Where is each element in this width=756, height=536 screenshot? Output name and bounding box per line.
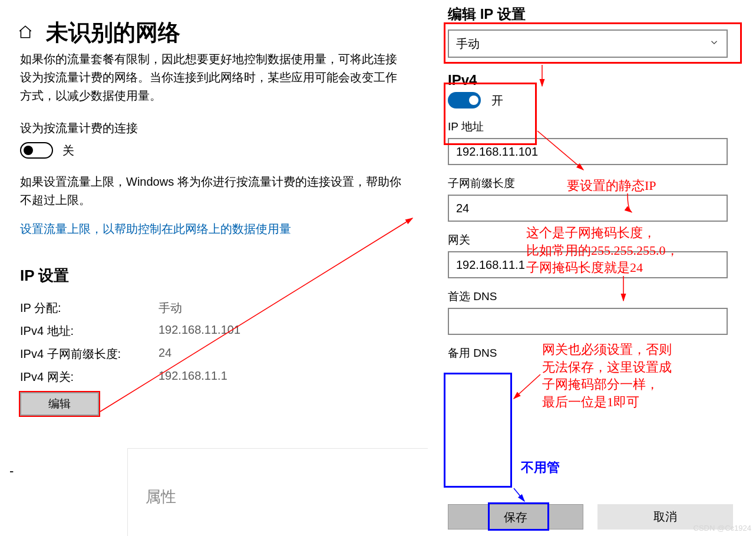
minus-mark: - [9, 463, 14, 479]
ip-mode-value: 手动 [456, 36, 480, 52]
dns1-input[interactable] [448, 308, 728, 335]
edit-ip-dialog: 编辑 IP 设置 手动 IPv4 开 IP 地址 子网前缀长度 网关 首选 DN… [430, 0, 745, 536]
set-data-limit-link[interactable]: 设置流量上限，以帮助控制在此网络上的数据使用量 [20, 221, 407, 237]
ipv4-prefix-key: IPv4 子网前缀长度: [20, 346, 159, 362]
edit-button-label: 编辑 [48, 397, 71, 410]
subnet-prefix-label: 子网前缀长度 [448, 176, 728, 191]
dns2-label: 备用 DNS [448, 346, 728, 361]
edit-button[interactable]: 编辑 [20, 392, 99, 416]
ipv4-toggle-state: 开 [491, 93, 503, 108]
gateway-label: 网关 [448, 232, 728, 248]
ip-address-label: IP 地址 [448, 119, 728, 134]
subnet-prefix-input[interactable] [448, 195, 728, 222]
ip-settings-heading: IP 设置 [20, 265, 407, 286]
ipv4-prefix-val: 24 [159, 346, 171, 362]
ipv4-toggle[interactable] [448, 92, 481, 108]
dns1-label: 首选 DNS [448, 289, 728, 304]
chevron-down-icon [709, 37, 719, 51]
watermark: CSDN @Cc1924 [694, 524, 751, 532]
settings-page: 未识别的网络 如果你的流量套餐有限制，因此想要更好地控制数据使用量，可将此连接设… [0, 0, 427, 448]
gateway-input[interactable] [448, 251, 728, 278]
ip-address-input[interactable] [448, 138, 728, 165]
data-limit-help: 如果设置流量上限，Windows 将为你进行按流量计费的连接设置，帮助你不超过上… [0, 173, 427, 209]
metered-toggle[interactable] [20, 142, 53, 159]
ip-mode-dropdown[interactable]: 手动 [448, 29, 728, 58]
ip-alloc-val: 手动 [159, 300, 182, 316]
ipv4-heading: IPv4 [448, 72, 728, 88]
save-button[interactable]: 保存 [448, 504, 583, 530]
save-button-label: 保存 [504, 511, 527, 524]
metered-toggle-label: 设为按流量计费的连接 [20, 120, 407, 136]
ipv4-gw-val: 192.168.11.1 [159, 369, 227, 385]
metered-toggle-state: 关 [62, 143, 74, 159]
ip-settings-grid: IP 分配:手动 IPv4 地址:192.168.11.101 IPv4 子网前… [20, 300, 407, 385]
dialog-title: 编辑 IP 设置 [448, 5, 745, 24]
ipv4-addr-val: 192.168.11.101 [159, 323, 240, 339]
cancel-button-label: 取消 [653, 510, 677, 523]
ipv4-gw-key: IPv4 网关: [20, 369, 159, 385]
ipv4-addr-key: IPv4 地址: [20, 323, 159, 339]
metered-description: 如果你的流量套餐有限制，因此想要更好地控制数据使用量，可将此连接设为按流量计费的… [0, 50, 427, 105]
home-icon[interactable] [18, 24, 33, 42]
ip-alloc-key: IP 分配: [20, 300, 159, 316]
properties-heading: 属性 [146, 486, 428, 507]
properties-panel: 属性 [127, 448, 428, 536]
page-title: 未识别的网络 [46, 18, 180, 48]
